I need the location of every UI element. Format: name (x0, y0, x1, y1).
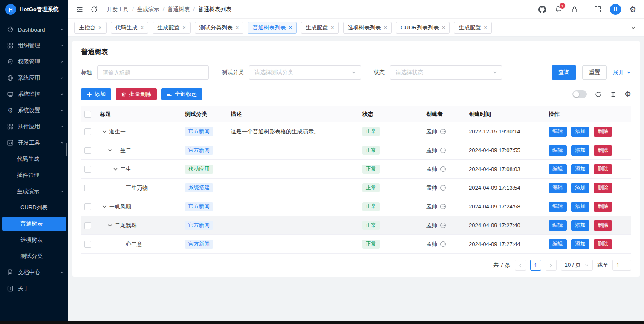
close-icon[interactable]: × (331, 25, 334, 30)
edit-button[interactable]: 编辑 (549, 127, 567, 137)
sidebar-item-organization[interactable]: 组织管理 (0, 38, 68, 54)
app-logo[interactable]: H HotGo管理系统 (0, 0, 68, 19)
sidebar-item-test-category[interactable]: 测试分类 (0, 248, 68, 264)
edit-button[interactable]: 编辑 (549, 183, 567, 193)
sidebar-item-normal-tree[interactable]: 普通树表 (2, 217, 66, 231)
close-icon[interactable]: × (182, 25, 186, 30)
refresh-icon[interactable] (90, 6, 98, 13)
sidebar-item-code-gen[interactable]: 代码生成 (0, 151, 68, 167)
sidebar-item-permission[interactable]: 权限管理 (0, 54, 68, 70)
close-icon[interactable]: × (384, 25, 387, 30)
expand-toggle-icon[interactable] (113, 166, 118, 172)
creator-info-icon[interactable] (440, 203, 446, 210)
next-page-button[interactable] (546, 260, 557, 271)
close-icon[interactable]: × (484, 25, 487, 30)
edit-button[interactable]: 编辑 (549, 220, 567, 231)
add-button[interactable]: 添加 (81, 88, 111, 100)
fullscreen-icon[interactable] (594, 6, 601, 13)
delete-button[interactable]: 删除 (594, 239, 612, 249)
delete-button[interactable]: 删除 (594, 183, 612, 193)
close-icon[interactable]: × (442, 25, 445, 30)
edit-button[interactable]: 编辑 (549, 239, 567, 249)
sidebar-scrollbar[interactable] (66, 143, 67, 156)
add-child-button[interactable]: 添加 (571, 127, 589, 137)
row-checkbox[interactable] (84, 128, 91, 135)
close-icon[interactable]: × (141, 25, 144, 30)
sidebar-item-system-settings[interactable]: ⚙ 系统设置 (0, 102, 68, 119)
column-settings-gear-icon[interactable]: ⚙ (624, 90, 631, 98)
sidebar-item-doc-center[interactable]: 文档中心 (0, 264, 68, 281)
creator-info-icon[interactable] (440, 147, 446, 153)
add-child-button[interactable]: 添加 (571, 202, 589, 212)
prev-page-button[interactable] (515, 260, 526, 271)
row-checkbox[interactable] (84, 203, 91, 210)
delete-button[interactable]: 删除 (594, 145, 612, 156)
row-checkbox[interactable] (84, 222, 91, 229)
tab-options-chevron-icon[interactable] (629, 23, 638, 32)
striped-toggle[interactable] (572, 90, 587, 98)
close-icon[interactable]: × (98, 25, 102, 30)
delete-button[interactable]: 删除 (594, 127, 612, 137)
expand-toggle-icon[interactable] (107, 148, 113, 153)
search-button[interactable]: 查询 (552, 65, 576, 80)
add-child-button[interactable]: 添加 (571, 239, 589, 249)
user-avatar[interactable]: H (610, 4, 621, 15)
table-size-icon[interactable] (609, 91, 617, 98)
add-child-button[interactable]: 添加 (571, 220, 589, 231)
select-all-checkbox[interactable] (84, 111, 91, 118)
add-child-button[interactable]: 添加 (571, 183, 589, 193)
tab-normal-tree-list[interactable]: 普通树表列表× (248, 22, 297, 34)
tab-gen-config-1[interactable]: 生成配置× (153, 22, 191, 34)
page-size-select[interactable]: 10 / 页 (561, 260, 593, 271)
tab-gen-config-2[interactable]: 生成配置× (301, 22, 339, 34)
page-number-button[interactable]: 1 (530, 260, 541, 271)
row-checkbox[interactable] (84, 147, 91, 154)
creator-info-icon[interactable] (440, 241, 446, 247)
row-checkbox[interactable] (84, 185, 91, 191)
expand-toggle-icon[interactable] (101, 129, 107, 135)
row-checkbox[interactable] (84, 241, 91, 248)
collapse-all-button[interactable]: 全部收起 (161, 88, 202, 100)
creator-info-icon[interactable] (440, 128, 446, 135)
edit-button[interactable]: 编辑 (549, 164, 567, 174)
add-child-button[interactable]: 添加 (571, 145, 589, 156)
expand-toggle-icon[interactable] (107, 223, 113, 229)
creator-info-icon[interactable] (440, 166, 446, 172)
row-checkbox[interactable] (84, 166, 91, 173)
sidebar-item-plugin-manage[interactable]: 插件管理 (0, 167, 68, 183)
sidebar-item-option-tree[interactable]: 选项树表 (0, 232, 68, 248)
tab-option-tree-list[interactable]: 选项树表列表× (343, 22, 392, 34)
collapse-sidebar-icon[interactable] (76, 6, 84, 13)
github-icon[interactable] (538, 6, 546, 13)
settings-gear-icon[interactable]: ⚙ (630, 6, 636, 13)
delete-button[interactable]: 删除 (594, 202, 612, 212)
lock-icon[interactable] (571, 6, 578, 13)
tab-dashboard[interactable]: 主控台× (74, 22, 107, 34)
category-filter-select[interactable]: 请选择测试分类 (249, 65, 361, 80)
breadcrumb-item[interactable]: 开发工具 (107, 6, 129, 13)
sidebar-item-plugin-app[interactable]: 插件应用 (0, 119, 68, 135)
tab-code-gen[interactable]: 代码生成× (111, 22, 149, 34)
tab-gen-config-3[interactable]: 生成配置× (454, 22, 492, 34)
add-child-button[interactable]: 添加 (571, 164, 589, 174)
sidebar-item-system-app[interactable]: 系统应用 (0, 70, 68, 86)
delete-button[interactable]: 删除 (594, 220, 612, 231)
close-icon[interactable]: × (236, 25, 239, 30)
delete-button[interactable]: 删除 (594, 164, 612, 174)
reset-button[interactable]: 重置 (582, 65, 607, 80)
edit-button[interactable]: 编辑 (549, 202, 567, 212)
edit-button[interactable]: 编辑 (549, 145, 567, 156)
sidebar-item-about[interactable]: 关于 (0, 281, 68, 297)
notification-bell[interactable]: 1 (554, 6, 562, 13)
jump-to-input[interactable] (612, 260, 631, 271)
title-filter-input[interactable] (97, 65, 209, 80)
creator-info-icon[interactable] (440, 185, 446, 191)
reload-table-icon[interactable] (595, 91, 602, 98)
creator-info-icon[interactable] (440, 222, 446, 229)
tab-cudr-list[interactable]: CUDR列表列表× (396, 22, 450, 34)
sidebar-item-curd-list[interactable]: CURD列表 (0, 200, 68, 216)
breadcrumb-item[interactable]: 普通树表 (167, 6, 190, 13)
sidebar-item-gen-demo[interactable]: 生成演示 (0, 183, 68, 200)
sidebar-item-dev-tools[interactable]: 开发工具 (0, 135, 68, 151)
close-icon[interactable]: × (289, 25, 292, 30)
